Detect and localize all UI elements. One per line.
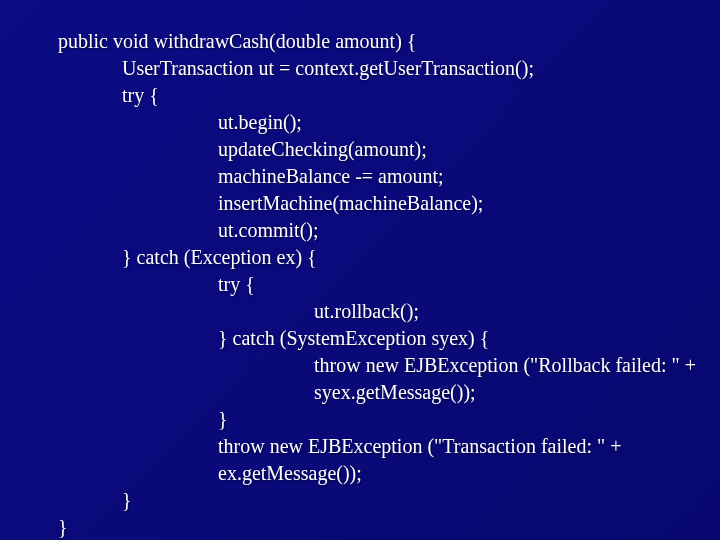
- code-line: updateChecking(amount);: [58, 136, 710, 163]
- code-line: machineBalance -= amount;: [58, 163, 710, 190]
- code-line: ex.getMessage());: [58, 460, 710, 487]
- code-line: } catch (Exception ex) {: [58, 244, 710, 271]
- code-line: throw new EJBException ("Transaction fai…: [58, 433, 710, 460]
- code-line: insertMachine(machineBalance);: [58, 190, 710, 217]
- code-line: }: [58, 487, 710, 514]
- code-line: ut.rollback();: [58, 298, 710, 325]
- code-line: throw new EJBException ("Rollback failed…: [58, 352, 710, 379]
- code-line: }: [58, 514, 710, 540]
- code-line: } catch (SystemException syex) {: [58, 325, 710, 352]
- code-line: UserTransaction ut = context.getUserTran…: [58, 55, 710, 82]
- code-line: ut.begin();: [58, 109, 710, 136]
- code-line: try {: [58, 271, 710, 298]
- code-line: syex.getMessage());: [58, 379, 710, 406]
- code-line: ut.commit();: [58, 217, 710, 244]
- code-line: }: [58, 406, 710, 433]
- code-line: public void withdrawCash(double amount) …: [58, 28, 710, 55]
- code-line: try {: [58, 82, 710, 109]
- slide-content: public void withdrawCash(double amount) …: [0, 0, 720, 540]
